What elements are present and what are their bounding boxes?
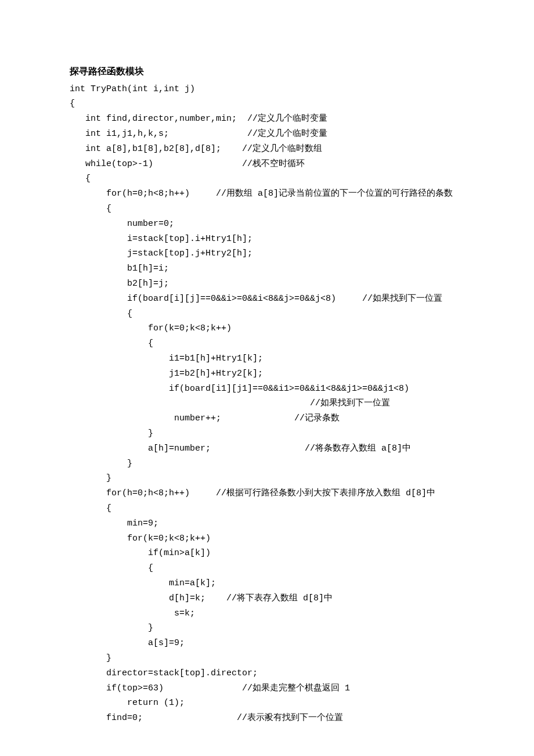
section-heading: 探寻路径函数模块 [70,64,464,80]
code-block: int TryPath(int i,int j) { int find,dire… [70,82,464,726]
page-number: 4 [0,710,534,725]
document-page: 探寻路径函数模块 int TryPath(int i,int j) { int … [0,0,534,756]
